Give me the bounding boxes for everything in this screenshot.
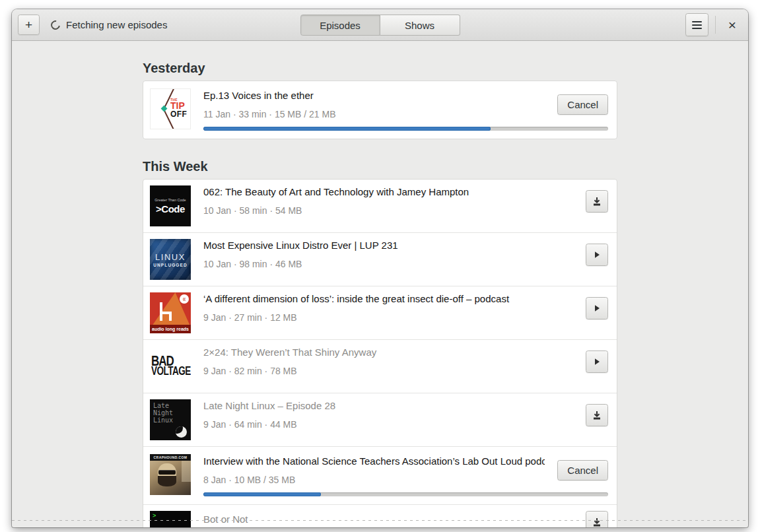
- download-progress-fill: [203, 127, 491, 131]
- episode-card: THE TIP OFF Ep.13 Voices in the ether 11…: [143, 81, 617, 139]
- episode-row-linux-unplugged: LINUX UNPLUGGED Most Expensive Linux Dis…: [143, 232, 617, 286]
- episode-meta: 11 Jan · 33 min · 15 MB / 21 MB: [203, 108, 545, 121]
- episode-meta: 9 Jan · 64 min · 44 MB: [203, 418, 573, 431]
- play-button[interactable]: [586, 297, 608, 319]
- episode-title: Bot or Not: [203, 513, 573, 526]
- download-button[interactable]: [586, 404, 608, 426]
- episode-info: Interview with the National Science Teac…: [203, 455, 545, 486]
- hamburger-icon: [692, 21, 702, 29]
- download-progressbar: [203, 492, 608, 496]
- download-progressbar: [203, 127, 608, 131]
- episode-row-greater-than-code: Greater Than Code >Code 062: The Beauty …: [143, 180, 617, 232]
- close-window-button[interactable]: ×: [722, 15, 742, 35]
- headerbar-separator: [715, 16, 716, 34]
- episode-title: ‘A different dimension of loss’: inside …: [203, 292, 573, 306]
- episode-card: Greater Than Code >Code 062: The Beauty …: [143, 179, 617, 527]
- episode-meta: 10 Jan · 58 min · 54 MB: [203, 205, 573, 217]
- episode-info: 062: The Beauty of Art and Technology wi…: [203, 185, 573, 217]
- episode-title: Interview with the National Science Teac…: [203, 455, 545, 468]
- episode-info: 2×24: They Weren’t That Shiny Anyway 9 J…: [203, 346, 573, 378]
- section-title: This Week: [143, 158, 617, 174]
- download-icon: [592, 517, 602, 527]
- show-cover-greater-than-code: Greater Than Code >Code: [150, 185, 191, 226]
- episode-row-bad-voltage: BAD VOLTAGE 2×24: They Weren’t That Shin…: [143, 339, 617, 393]
- episode-row-late-night-linux: Late Night Linux Late Night Linux – Epis…: [143, 393, 617, 446]
- show-cover-audio-long-reads: (( audio long reads: [150, 292, 191, 333]
- headerbar-right-controls: ×: [685, 13, 742, 36]
- episode-title: Most Expensive Linux Distro Ever | LUP 2…: [203, 239, 573, 252]
- section-yesterday: Yesterday THE TIP OFF: [143, 60, 617, 139]
- download-button[interactable]: [586, 511, 608, 527]
- download-icon: [592, 410, 602, 420]
- episode-title: Late Night Linux – Episode 28: [203, 399, 573, 413]
- cancel-download-button[interactable]: Cancel: [557, 94, 608, 115]
- add-podcast-button[interactable]: +: [18, 15, 40, 35]
- episode-meta: 9 Jan · 82 min · 78 MB: [203, 365, 573, 378]
- episode-row-audio-long-reads: (( audio long reads ‘A different dimensi…: [143, 286, 617, 339]
- cancel-download-button[interactable]: Cancel: [557, 460, 608, 481]
- show-cover-craphound: CRAPHOUND.COM: [150, 454, 191, 495]
- episode-info: Late Night Linux – Episode 28 9 Jan · 64…: [203, 399, 573, 431]
- show-cover-late-night-linux: Late Night Linux: [150, 399, 191, 440]
- play-button[interactable]: [586, 244, 608, 266]
- episode-row-craphound: CRAPHOUND.COM Interview with the Nationa…: [143, 446, 617, 504]
- show-cover-the-tip-off: THE TIP OFF: [150, 88, 191, 129]
- play-icon: [592, 356, 602, 367]
- episode-meta: 8 Jan · 10 MB / 35 MB: [203, 474, 545, 486]
- show-cover-irl: > IRL: [150, 511, 191, 527]
- crescent-moon-icon: [176, 426, 187, 438]
- headerbar: + Fetching new episodes Episodes Shows ×: [12, 9, 748, 41]
- tab-episodes[interactable]: Episodes: [300, 15, 380, 36]
- episode-row-irl: > IRL Bot or Not: [143, 504, 617, 527]
- download-button[interactable]: [586, 190, 608, 213]
- episode-title: Ep.13 Voices in the ether: [203, 89, 545, 102]
- episode-meta: 9 Jan · 27 min · 12 MB: [203, 312, 573, 324]
- episode-title: 062: The Beauty of Art and Technology wi…: [203, 185, 573, 199]
- episode-info: ‘A different dimension of loss’: inside …: [203, 292, 573, 324]
- view-switcher: Episodes Shows: [300, 15, 460, 36]
- loading-spinner-icon: [49, 18, 61, 31]
- status-text: Fetching new episodes: [66, 19, 167, 30]
- episode-info: Bot or Not: [203, 513, 573, 528]
- play-icon: [592, 303, 602, 314]
- section-title: Yesterday: [143, 60, 617, 76]
- menu-button[interactable]: [685, 13, 708, 36]
- play-button[interactable]: [586, 350, 608, 373]
- episode-info: Ep.13 Voices in the ether 11 Jan · 33 mi…: [203, 89, 545, 121]
- episode-title: 2×24: They Weren’t That Shiny Anyway: [203, 346, 573, 359]
- play-icon: [592, 249, 602, 260]
- app-window: + Fetching new episodes Episodes Shows ×…: [12, 9, 748, 527]
- episode-row-tip-off: THE TIP OFF Ep.13 Voices in the ether 11…: [143, 81, 617, 139]
- tab-shows[interactable]: Shows: [380, 15, 460, 36]
- download-progress-fill: [203, 492, 321, 496]
- download-icon: [592, 196, 602, 207]
- episode-meta: 10 Jan · 98 min · 46 MB: [203, 258, 573, 271]
- scroll-area[interactable]: Yesterday THE TIP OFF: [12, 41, 748, 527]
- show-cover-linux-unplugged: LINUX UNPLUGGED: [150, 239, 191, 280]
- section-this-week: This Week Greater Than Code >Code 062: T…: [143, 158, 617, 527]
- show-cover-bad-voltage: BAD VOLTAGE: [150, 346, 191, 387]
- episode-info: Most Expensive Linux Distro Ever | LUP 2…: [203, 239, 573, 271]
